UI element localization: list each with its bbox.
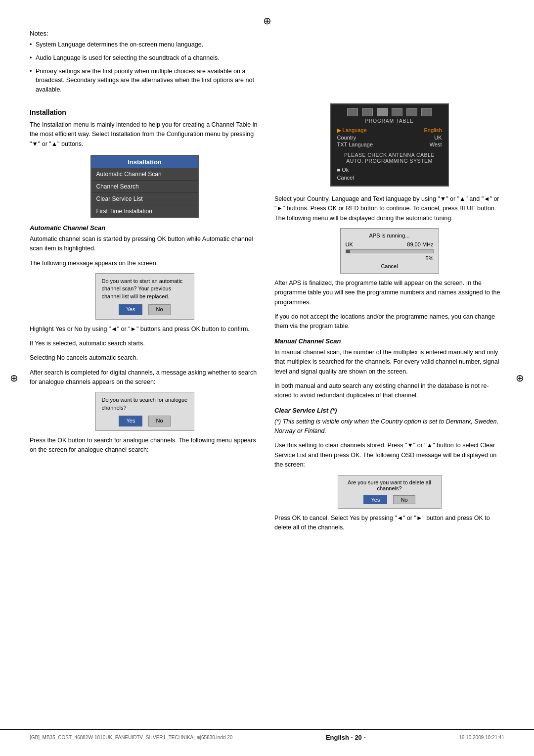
auto-scan-body: Automatic channel scan is started by pre… <box>30 235 260 254</box>
notes-title: Notes: <box>30 30 257 37</box>
dialog1-buttons: Yes No <box>102 304 188 315</box>
dialog2-yes[interactable]: Yes <box>119 416 142 426</box>
tv-icon <box>377 108 388 116</box>
tv-row-txt-value: West <box>430 142 442 147</box>
manual-scan-body1: In manual channel scan, the number of th… <box>274 348 504 377</box>
notes-item-3: Primary settings are the first priority … <box>30 67 257 94</box>
program-table-ui: PROGRAM TABLE ▶ Language English Country… <box>330 103 449 187</box>
dialog1-yes[interactable]: Yes <box>119 304 142 315</box>
install-menu-item-1: Automatic Channel Scan <box>91 168 198 181</box>
tv-row-txt: TXT Language West <box>335 141 444 148</box>
tv-cancel: Cancel <box>335 174 444 182</box>
auto-scan-line1: If Yes is selected, automatic search sta… <box>30 339 260 348</box>
auto-scan-line2: Selecting No cancels automatic search. <box>30 353 260 363</box>
program-table-title: PROGRAM TABLE <box>335 118 444 124</box>
right-column: PROGRAM TABLE ▶ Language English Country… <box>274 103 504 538</box>
installation-body: The Installation menu is mainly intended… <box>30 120 260 149</box>
delete-dialog-buttons: Yes No <box>344 495 435 504</box>
install-menu-item-2: Channel Search <box>91 181 198 193</box>
dialog2-no[interactable]: No <box>148 416 170 426</box>
tv-check-cable: PLEASE CHECK ANTENNA CABLEAUTO. PROGRAMM… <box>335 152 444 164</box>
notes-section: Notes: System Language determines the on… <box>30 30 257 94</box>
tv-row-language: ▶ Language English <box>335 127 444 134</box>
tv-row-language-value: English <box>424 127 442 134</box>
install-menu-item-4: First Time Installation <box>91 205 198 217</box>
notes-item-1: System Language determines the on-screen… <box>30 40 257 49</box>
tv-row-country-value: UK <box>434 135 442 141</box>
footer-center: English - 20 - <box>326 734 366 741</box>
install-menu-item-3: Clear Service List <box>91 193 198 205</box>
aps-progress-fill <box>346 250 351 253</box>
footer-right: 16.10.2009 10:21:41 <box>459 735 504 740</box>
tv-row-country: Country UK <box>335 134 444 141</box>
music-icon <box>347 108 358 116</box>
dialog1-text: Do you want to start an automatic channe… <box>102 278 188 300</box>
clear-service-after: Press OK to cancel. Select Yes by pressi… <box>274 514 504 533</box>
aps-cancel: Cancel <box>346 263 434 269</box>
aps-title: APS is running... <box>346 233 434 238</box>
clear-service-body: Use this setting to clear channels store… <box>274 441 504 470</box>
installation-title: Installation <box>30 108 260 116</box>
delete-yes[interactable]: Yes <box>363 495 387 504</box>
list-icon <box>406 108 417 116</box>
aps-country: UK <box>346 241 353 247</box>
tv-ok: ■ Ok <box>335 166 444 174</box>
page-footer: [GB]_MB35_COST_46882W-1810UK_PANEUIDTV_S… <box>0 729 534 741</box>
folder-icon <box>421 108 432 116</box>
dialog2-buttons: Yes No <box>102 416 188 426</box>
after-aps-2: If you do not accept the locations and/o… <box>274 312 504 331</box>
aps-progress-bar <box>346 249 434 253</box>
manual-scan-body2: In both manual and auto search any exist… <box>274 381 504 401</box>
aps-row-country: UK 89,00 MHz <box>346 241 434 247</box>
settings-icon <box>392 108 402 116</box>
aps-freq: 89,00 MHz <box>407 241 433 247</box>
installation-menu: Installation Automatic Channel Scan Chan… <box>90 155 199 218</box>
clear-service-title: Clear Service List (*) <box>274 407 504 414</box>
dialog1-no[interactable]: No <box>148 304 170 315</box>
left-column: Installation The Installation menu is ma… <box>30 103 260 538</box>
auto-scan-line3: After search is completed for digital ch… <box>30 368 260 387</box>
tv-row-language-label: ▶ Language <box>337 127 367 134</box>
notes-item-2: Audio Language is used for selecting the… <box>30 53 257 63</box>
auto-scan-title: Automatic Channel Scan <box>30 224 260 232</box>
after-dialog2: Press the OK button to search for analog… <box>30 436 260 455</box>
aps-percent-row: 5% <box>346 255 434 261</box>
delete-dialog-text: Are you sure you want to delete all chan… <box>344 479 435 491</box>
auto-scan-dialog1: Do you want to start an automatic channe… <box>95 273 194 320</box>
auto-scan-message1: The following message appears on the scr… <box>30 259 260 268</box>
camera-icon <box>362 108 373 116</box>
install-menu-title: Installation <box>91 156 198 168</box>
clear-service-note: (*) This setting is visible only when th… <box>274 417 504 436</box>
tv-row-country-label: Country <box>337 135 356 141</box>
tv-row-txt-label: TXT Language <box>337 142 373 147</box>
footer-left: [GB]_MB35_COST_46882W-1810UK_PANEUIDTV_S… <box>30 735 232 740</box>
aps-percent: 5% <box>426 255 434 261</box>
notes-list: System Language determines the on-screen… <box>30 40 257 94</box>
aps-box: APS is running... UK 89,00 MHz 5% Cancel <box>340 228 439 274</box>
tv-icons-row <box>335 108 444 116</box>
right-intro: Select your Country, Language and Text l… <box>274 194 504 223</box>
delete-no[interactable]: No <box>393 495 415 504</box>
manual-scan-title: Manual Channel Scan <box>274 337 504 345</box>
after-dialog1: Highlight Yes or No by using "◄" or "►" … <box>30 325 260 334</box>
delete-dialog: Are you sure you want to delete all chan… <box>338 475 442 509</box>
auto-scan-dialog2: Do you want to search for analogue chann… <box>95 392 194 430</box>
after-aps-1: After APS is finalized, the programme ta… <box>274 279 504 307</box>
dialog2-text: Do you want to search for analogue chann… <box>102 396 188 412</box>
